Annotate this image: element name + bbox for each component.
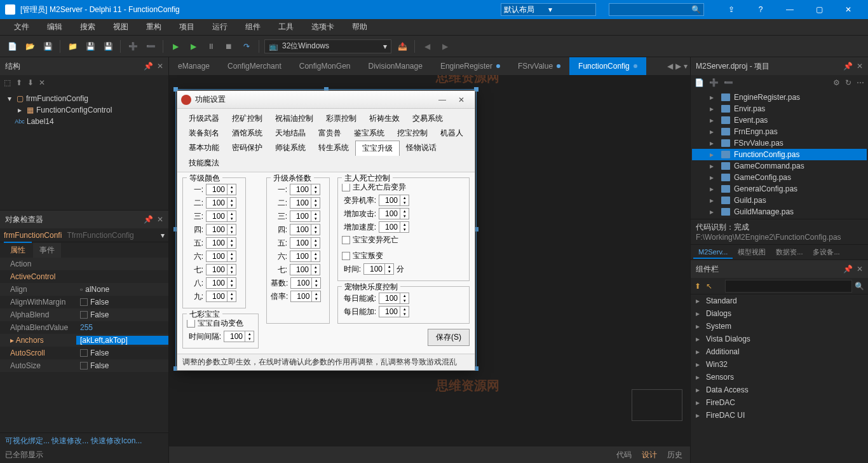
menu-组件[interactable]: 组件	[236, 19, 269, 35]
form-tab[interactable]: 鉴宝系统	[348, 126, 391, 141]
close-panel-icon[interactable]: ✕	[157, 215, 163, 224]
form-tab[interactable]: 交易系统	[406, 111, 449, 126]
menu-运行[interactable]: 运行	[203, 19, 236, 35]
prop-name[interactable]: AlignWithMargin	[0, 298, 76, 307]
spinner[interactable]: 100▴▾	[206, 184, 236, 195]
prop-value[interactable]: False	[76, 349, 168, 357]
form-tab[interactable]: 升级武器	[182, 111, 226, 126]
pin-icon[interactable]: 📌	[843, 265, 853, 273]
form-tab[interactable]: 基本功能	[182, 141, 226, 156]
project-tab[interactable]: 模型视图	[733, 245, 771, 259]
palette-category[interactable]: ▸FireDAC UI	[691, 409, 868, 422]
view-history[interactable]: 历史	[667, 450, 682, 460]
spinner[interactable]: 100▴▾	[290, 211, 320, 222]
maximize-button[interactable]: ▢	[804, 0, 834, 19]
run-button[interactable]: ▶	[168, 39, 182, 53]
prop-name[interactable]: Action	[0, 259, 76, 268]
spinner[interactable]: 100▴▾	[290, 264, 320, 275]
pause-button[interactable]: ⏸	[204, 39, 218, 53]
menu-重构[interactable]: 重构	[137, 19, 170, 35]
nav-up-icon[interactable]: ⬆	[16, 78, 22, 87]
form-tab[interactable]: 彩票控制	[320, 111, 363, 126]
action-icon[interactable]: ⬚	[4, 78, 11, 87]
prop-name[interactable]: AlphaBlendValue	[0, 323, 76, 332]
back-icon[interactable]: ◀	[420, 39, 434, 53]
form-tab[interactable]: 挖宝控制	[391, 126, 434, 141]
editor-tab[interactable]: DivisionManage	[359, 57, 431, 75]
menu-编辑[interactable]: 编辑	[38, 19, 71, 35]
spinner[interactable]: 100▴▾	[290, 277, 321, 289]
save-project-icon[interactable]: 💾	[101, 39, 115, 53]
spinner[interactable]: 100▴▾	[379, 293, 409, 304]
form-close-icon[interactable]: ✕	[452, 95, 471, 104]
project-file[interactable]: ▸Event.pas	[692, 114, 867, 126]
form-tab[interactable]: 机器人	[434, 126, 470, 141]
palette-category[interactable]: ▸Additional	[691, 345, 868, 358]
platform-combo[interactable]: 📺 32位Windows▾	[264, 39, 391, 53]
palette-category[interactable]: ▸Vista Dialogs	[691, 333, 868, 345]
project-file[interactable]: ▸Envir.pas	[692, 103, 867, 114]
prop-value[interactable]: [akLeft,akTop]	[76, 336, 168, 345]
project-file[interactable]: ▸GeneralConfig.pas	[692, 183, 867, 195]
editor-tab[interactable]: FunctionConfig	[569, 57, 646, 75]
checkbox-mutate-death[interactable]: 宝宝变异死亡	[342, 235, 465, 245]
form-tab[interactable]: 天地结晶	[269, 126, 312, 141]
open-project-icon[interactable]: 📁	[65, 39, 79, 53]
pointer-icon[interactable]: ↖	[706, 282, 712, 291]
prop-value[interactable]: ▫ alNone	[76, 285, 168, 294]
spinner[interactable]: 100▴▾	[290, 197, 320, 209]
prop-value[interactable]: False	[76, 298, 168, 307]
pin-icon[interactable]: 📌	[843, 62, 853, 71]
menu-搜索[interactable]: 搜索	[71, 19, 104, 35]
spinner[interactable]: 100▴▾	[379, 208, 409, 219]
spinner[interactable]: 100▴▾	[206, 251, 236, 262]
editor-tab[interactable]: ConfigMerchant	[219, 57, 290, 75]
editor-tab[interactable]: eManage	[169, 57, 219, 75]
prop-name[interactable]: AlphaBlend	[0, 310, 76, 319]
close-panel-icon[interactable]: ✕	[857, 265, 863, 273]
save-all-icon[interactable]: 💾	[83, 39, 97, 53]
view-code[interactable]: 代码	[616, 450, 632, 460]
form-tab[interactable]: 转生系统	[312, 141, 355, 156]
share-icon[interactable]: ⇪	[717, 0, 746, 19]
minimize-button[interactable]: —	[775, 0, 804, 19]
spinner[interactable]: 100▴▾	[206, 264, 236, 275]
cursor-icon[interactable]: ⬆	[695, 282, 701, 291]
form-tab[interactable]: 怪物说话	[400, 141, 443, 156]
tab-properties[interactable]: 属性	[4, 242, 32, 258]
form-tab[interactable]: 挖矿控制	[226, 111, 269, 126]
form-tab[interactable]: 酒馆系统	[226, 126, 269, 141]
spinner[interactable]: 100▴▾	[206, 211, 236, 222]
save-button[interactable]: 保存(S)	[428, 329, 470, 346]
deploy-icon[interactable]: 📤	[395, 39, 409, 53]
prop-name[interactable]: AutoSize	[0, 361, 76, 370]
close-button[interactable]: ✕	[834, 0, 863, 19]
spinner[interactable]: 100▴▾	[363, 263, 394, 275]
form-tab[interactable]: 密码保护	[226, 141, 269, 156]
prop-value[interactable]: False	[76, 310, 168, 319]
tree-root[interactable]: ▾▢frmFunctionConfig	[3, 93, 166, 104]
design-form[interactable]: 功能设置 — ✕ 升级武器挖矿控制祝福油控制彩票控制祈祷生效交易系统装备刻名酒馆…	[177, 90, 475, 371]
pin-icon[interactable]: 📌	[144, 62, 153, 71]
tree-item[interactable]: AbcLabel14	[3, 116, 166, 127]
form-tab[interactable]: 祝福油控制	[269, 111, 320, 126]
project-file[interactable]: ▸GameConfig.pas	[692, 172, 867, 183]
add-file-icon[interactable]: ➕	[126, 39, 140, 53]
close-panel-icon[interactable]: ✕	[157, 62, 163, 71]
spinner[interactable]: 100▴▾	[206, 277, 236, 289]
palette-search[interactable]	[725, 280, 852, 293]
form-tab[interactable]: 师徒系统	[269, 141, 312, 156]
titlebar-search[interactable]: 🔍	[609, 3, 704, 16]
form-tab[interactable]: 祈祷生效	[363, 111, 406, 126]
save-icon[interactable]: 💾	[41, 39, 55, 53]
delete-icon[interactable]: ✕	[39, 78, 45, 87]
remove-file-icon[interactable]: ➖	[144, 39, 158, 53]
form-tab[interactable]: 富贵兽	[312, 126, 348, 141]
project-file[interactable]: ▸FunctionConfig.pas	[692, 149, 867, 160]
forward-icon[interactable]: ▶	[438, 39, 452, 53]
nav-down-icon[interactable]: ⬇	[27, 78, 34, 87]
menu-选项卡[interactable]: 选项卡	[302, 19, 343, 35]
prop-name[interactable]: ActiveControl	[0, 272, 76, 281]
menu-文件[interactable]: 文件	[5, 19, 38, 35]
open-icon[interactable]: 📂	[23, 39, 37, 53]
